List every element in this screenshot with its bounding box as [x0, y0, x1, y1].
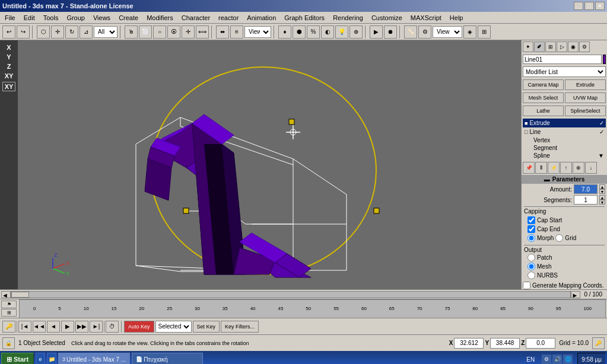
uvw-map-button[interactable]: UVW Map	[565, 92, 606, 103]
key-icon[interactable]: 🔑	[592, 337, 605, 349]
segments-spinner[interactable]: ▲ ▼	[599, 195, 605, 205]
scroll-left-button[interactable]: ◄	[1, 291, 11, 298]
menu-graph-editors[interactable]: Graph Editors	[281, 13, 328, 23]
timeline-ruler[interactable]: 0 5 10 15 20 25 30 35 40 45 50 55 60 65 …	[19, 299, 606, 318]
patch-radio[interactable]	[527, 254, 535, 261]
taskbar-item-ptuxiaki[interactable]: 📄 Πτυχιακή	[132, 353, 203, 364]
toolbar-play[interactable]: ▶	[370, 25, 383, 39]
key-filters-button[interactable]: Key Filters...	[221, 321, 259, 333]
modifier-extrude[interactable]: ■ Extrude ✓	[523, 119, 606, 127]
quicklaunch-ie[interactable]: e	[36, 353, 45, 364]
anim-prev-frame[interactable]: |◄	[18, 321, 31, 333]
anim-key-mode-toggle[interactable]: 🔑	[2, 321, 15, 333]
stack-remove-icon[interactable]: ⚡	[548, 162, 560, 174]
rpanel-tab-modify[interactable]: ✐	[534, 41, 545, 52]
amount-input[interactable]	[574, 184, 598, 194]
axis-y[interactable]: Y	[2, 53, 15, 60]
toolbar-select[interactable]: ⬡	[37, 25, 50, 39]
menu-views[interactable]: Views	[90, 13, 114, 23]
tray-icon2[interactable]: 🔊	[552, 355, 562, 364]
segments-spin-up[interactable]: ▲	[599, 195, 605, 200]
viewport[interactable]: Perspective	[18, 40, 521, 289]
anim-play[interactable]: ▶	[61, 321, 74, 333]
tray-icon3[interactable]: 🌐	[563, 355, 573, 364]
mesh-radio[interactable]	[527, 263, 535, 270]
menu-maxscript[interactable]: MAXScript	[407, 13, 445, 23]
anim-play-back[interactable]: ◄	[47, 321, 60, 333]
scroll-thumb[interactable]	[11, 292, 29, 298]
menu-customize[interactable]: Customize	[368, 13, 406, 23]
scroll-right-button[interactable]: ►	[571, 291, 580, 298]
toolbar-select-filter[interactable]: 🖱	[125, 25, 138, 39]
anim-next-frame[interactable]: ►|	[90, 321, 103, 333]
rpanel-tab-utilities[interactable]: ⚙	[579, 41, 590, 52]
sub-vertex[interactable]: Vertex	[523, 136, 606, 144]
grid-radio[interactable]	[555, 234, 563, 242]
close-button[interactable]: ×	[595, 2, 605, 10]
y-coord-input[interactable]	[490, 338, 520, 349]
toolbar-scale[interactable]: ⊿	[80, 25, 93, 39]
toolbar-percent[interactable]: %	[307, 25, 320, 39]
toolbar-move[interactable]: ✛	[51, 25, 64, 39]
rpanel-tab-hierarchy[interactable]: ⊞	[545, 41, 556, 52]
axis-xy[interactable]: XY	[2, 72, 15, 79]
lathe-button[interactable]: Lathe	[523, 106, 564, 116]
toolbar-view-dropdown[interactable]: View	[244, 26, 271, 38]
quicklaunch-folder[interactable]: 📁	[47, 353, 56, 364]
menu-help[interactable]: Help	[446, 13, 467, 23]
amount-spin-down[interactable]: ▼	[599, 189, 605, 194]
toolbar-undo[interactable]: ↩	[2, 25, 15, 39]
toolbar-redo[interactable]: ↪	[17, 25, 30, 39]
toolbar-rotate[interactable]: ↻	[65, 25, 78, 39]
toolbar-extra1[interactable]: ◈	[463, 25, 476, 39]
toolbar-align[interactable]: ⬌	[216, 25, 229, 39]
toolbar-extra2[interactable]: ⊞	[478, 25, 491, 39]
minimize-button[interactable]: _	[574, 2, 583, 10]
menu-modifiers[interactable]: Modifiers	[143, 13, 177, 23]
rpanel-tab-display[interactable]: ◉	[568, 41, 579, 52]
x-coord-input[interactable]	[454, 338, 484, 349]
axis-z[interactable]: Z	[2, 63, 15, 70]
anim-time-config[interactable]: ⏱	[106, 321, 119, 333]
stack-pin-icon[interactable]: 📌	[523, 162, 535, 174]
toolbar-light[interactable]: 💡	[335, 25, 348, 39]
toolbar-bone[interactable]: 🦴	[404, 25, 417, 39]
sub-spline[interactable]: Spline ▼	[523, 152, 606, 159]
menu-group[interactable]: Group	[63, 13, 88, 23]
morph-radio[interactable]	[527, 234, 535, 242]
toolbar-snap[interactable]: ⊕	[349, 25, 363, 39]
toolbar-paint[interactable]: ⦿	[167, 25, 180, 39]
anim-prev-key[interactable]: ◄◄	[33, 321, 46, 333]
taskbar-item-3dsmax[interactable]: 3 Untitled - 3ds Max 7 ...	[58, 353, 130, 364]
selected-dropdown[interactable]: Selected	[155, 321, 192, 333]
spline-select-button[interactable]: SplineSelect	[565, 106, 606, 116]
toolbar-view-dropdown2[interactable]: View	[433, 26, 462, 38]
rpanel-tab-motion[interactable]: ▷	[557, 41, 567, 52]
toolbar-mirror[interactable]: ⟺	[196, 25, 209, 39]
sub-segment[interactable]: Segment	[523, 144, 606, 152]
modifier-list-dropdown[interactable]: Modifier List	[523, 66, 606, 77]
toolbar-region[interactable]: ⬜	[139, 25, 152, 39]
generate-mapping-checkbox[interactable]	[523, 282, 530, 289]
stack-highlight-icon[interactable]: Ⅱ	[535, 162, 547, 174]
toolbar-circle[interactable]: ○	[153, 25, 166, 39]
object-color-swatch[interactable]	[603, 55, 606, 64]
set-key-button[interactable]: Set Key	[193, 321, 220, 333]
toolbar-shading[interactable]: ◐	[321, 25, 334, 39]
menu-animation[interactable]: Animation	[243, 13, 279, 23]
menu-edit[interactable]: Edit	[20, 13, 39, 23]
start-button[interactable]: ⊞ Start	[1, 353, 34, 364]
lock-icon[interactable]: 🔒	[2, 337, 15, 349]
stack-paste-icon[interactable]: ↓	[585, 162, 597, 174]
toolbar-record[interactable]: ⏺	[384, 25, 397, 39]
toolbar-transform[interactable]: ✛	[182, 25, 195, 39]
timeline-btn1[interactable]: ⚑	[1, 301, 17, 308]
stack-move-up-icon[interactable]: ↑	[560, 162, 572, 174]
scroll-track[interactable]	[11, 291, 571, 298]
menu-rendering[interactable]: Rendering	[329, 13, 367, 23]
rpanel-tab-create[interactable]: ✦	[523, 41, 533, 52]
titlebar-buttons[interactable]: _ □ ×	[574, 2, 605, 10]
toolbar-layer[interactable]: ≡	[230, 25, 243, 39]
amount-spinner[interactable]: ▲ ▼	[599, 184, 605, 194]
segments-input[interactable]	[574, 195, 598, 205]
